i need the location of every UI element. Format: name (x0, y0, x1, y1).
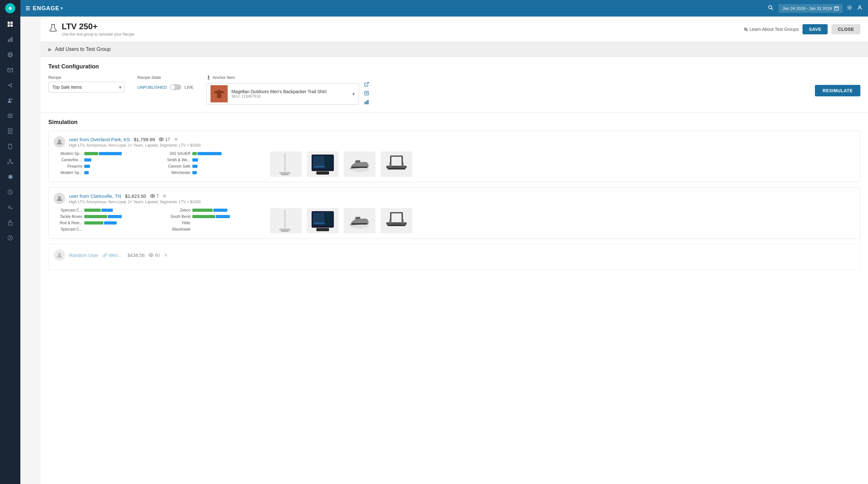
anchor-section: Anchor Item Magellan Outdoors Men's B (206, 75, 796, 106)
anchor-chevron-icon: ▾ (352, 91, 355, 97)
sidebar-item-dashboard[interactable] (0, 17, 20, 32)
resimulate-button[interactable]: RESIMULATE (815, 85, 860, 96)
anchor-external-link-icon[interactable] (364, 82, 369, 88)
bar-blue (104, 221, 117, 224)
product-image-0 (270, 208, 302, 234)
svg-rect-19 (8, 115, 13, 116)
topnav-brand[interactable]: ☰ ENGAGE ▾ (25, 5, 63, 12)
category-name: Spincast C... (54, 208, 82, 212)
user-name[interactable]: Random User (69, 252, 99, 258)
svg-point-43 (848, 7, 850, 8)
user-remove-icon[interactable]: ✕ (174, 137, 178, 143)
main-content: LTV 250+ Use this test group to simulate… (41, 17, 868, 484)
page-title: LTV 250+ (62, 22, 134, 31)
anchor-item-box: Magellan Outdoors Men's Backpacker Trail… (206, 83, 359, 104)
flask-icon (48, 23, 58, 35)
sidebar-item-clipboard[interactable] (0, 139, 20, 154)
hamburger-icon: ☰ (25, 5, 30, 11)
category-name: SIG SAUER (162, 151, 190, 156)
svg-point-44 (859, 6, 861, 8)
topnav: ☰ ENGAGE ▾ Jan 24 2019 - Jan 31 2019 (20, 0, 868, 17)
svg-rect-3 (10, 25, 13, 27)
svg-rect-20 (8, 117, 13, 118)
user-remove-icon[interactable]: ✕ (162, 193, 166, 199)
add-users-section[interactable]: ▶ Add Users to Test Group (41, 42, 868, 57)
sidebar-item-globe[interactable] (0, 47, 20, 62)
bar-container (192, 209, 227, 212)
logo-circle: ⊕ (5, 3, 15, 13)
bar-container (192, 215, 230, 218)
bar-blue (213, 209, 227, 212)
user-name[interactable]: user from Overland Park, KS (69, 137, 130, 142)
sidebar-logo[interactable]: ⊕ (0, 0, 20, 17)
svg-point-13 (11, 86, 12, 87)
sidebar-item-lock[interactable] (0, 215, 20, 230)
sidebar-item-email[interactable] (0, 62, 20, 78)
svg-rect-6 (11, 37, 12, 42)
svg-rect-69 (325, 156, 332, 168)
sidebar-item-users[interactable] (0, 93, 20, 108)
svg-line-30 (10, 160, 11, 162)
sidebar-item-key[interactable] (0, 200, 20, 215)
sidebar-item-history[interactable] (0, 184, 20, 200)
user-cards-container: user from Overland Park, KS $1,799.99 17… (48, 131, 860, 239)
svg-line-38 (772, 8, 773, 10)
svg-rect-78 (390, 156, 392, 163)
user-name-row: user from Overland Park, KS $1,799.99 17… (69, 137, 855, 143)
recipe-label: Recipe (48, 75, 125, 80)
user-ltv: $438.56 (127, 252, 145, 258)
svg-point-81 (58, 196, 61, 199)
user-avatar (54, 193, 65, 204)
svg-rect-84 (279, 229, 290, 231)
bar-container (84, 171, 89, 174)
svg-rect-58 (365, 102, 366, 104)
category-row: Smith & We... (162, 158, 264, 162)
svg-rect-98 (390, 213, 392, 220)
bar-green (192, 215, 215, 218)
topnav-profile-icon[interactable] (857, 4, 863, 12)
category-name: Modern Sp... (54, 151, 82, 156)
close-button[interactable]: CLOSE (831, 24, 860, 34)
recipe-select[interactable]: Top Sale Items (48, 82, 125, 93)
anchor-product-name: Magellan Outdoors Men's Backpacker Trail… (231, 89, 348, 94)
bar-blue (192, 165, 197, 168)
anchor-list-icon[interactable] (364, 91, 369, 97)
category-row: Tackle Boxes (54, 214, 155, 219)
sidebar-item-docs[interactable] (0, 123, 20, 139)
svg-rect-18 (8, 114, 13, 115)
recipe-state-toggle[interactable] (170, 84, 181, 90)
user-name[interactable]: user from Clarksville, TN (69, 193, 121, 199)
svg-point-62 (161, 139, 162, 140)
svg-rect-89 (325, 213, 332, 225)
bar-blue (108, 215, 122, 218)
category-row: South Bend (162, 214, 264, 219)
bar-blue (99, 152, 122, 155)
topnav-date-range[interactable]: Jan 24 2019 - Jan 31 2019 (779, 4, 843, 13)
svg-rect-97 (402, 219, 403, 225)
sidebar-item-network[interactable] (0, 154, 20, 169)
svg-text:LOWRANCE: LOWRANCE (314, 222, 325, 224)
bar-blue (84, 158, 91, 161)
topnav-search-icon[interactable] (768, 5, 774, 12)
bar-container (84, 152, 122, 155)
sidebar-item-arrow[interactable] (0, 230, 20, 245)
anchor-chart-icon[interactable] (364, 99, 369, 106)
category-row: Modern Sp... (54, 171, 155, 175)
category-row: Spincast C... (54, 227, 155, 232)
learn-about-test-groups-link[interactable]: Learn About Test Groups (743, 27, 799, 32)
bar-blue (192, 158, 198, 161)
sidebar-item-analytics[interactable] (0, 32, 20, 47)
svg-rect-74 (386, 166, 407, 168)
category-row: Cannon Safe (162, 164, 264, 169)
bar-container (192, 165, 197, 168)
sidebar-item-settings[interactable] (0, 169, 20, 184)
sidebar-item-list[interactable] (0, 108, 20, 123)
sidebar-item-segments[interactable] (0, 78, 20, 93)
svg-rect-39 (835, 7, 838, 10)
topnav-settings-icon[interactable] (846, 4, 853, 12)
svg-rect-71 (316, 172, 329, 175)
user-remove-icon[interactable]: ✕ (164, 252, 168, 258)
save-button[interactable]: SAVE (803, 24, 828, 34)
header-title-section: LTV 250+ Use this test group to simulate… (48, 22, 134, 37)
recipe-state-field: Recipe State UNPUBLISHED LIVE (137, 75, 194, 90)
